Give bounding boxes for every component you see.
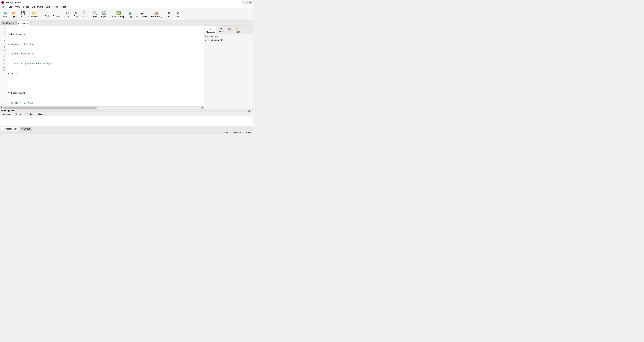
find-button[interactable]: 🔍 Find <box>91 10 99 19</box>
alphabetic-icon: ⇅ <box>209 27 212 31</box>
filter-button[interactable]: ⊽ Filter <box>174 10 182 19</box>
find-icon: 🔍 <box>92 11 97 15</box>
save-button[interactable]: 💾 Save <box>19 10 27 19</box>
tree-label-batch-main: batch.main <box>210 35 221 38</box>
minimize-button[interactable]: — <box>242 1 245 4</box>
separator-1 <box>42 10 42 19</box>
tab-main-iqjs-close[interactable]: ✕ <box>27 22 29 24</box>
hscroll-left-arrow[interactable]: ◀ <box>0 107 2 109</box>
separator-4 <box>110 10 110 19</box>
app-icon: Q <box>1 1 4 4</box>
tab-main-iqjs[interactable]: main.iqjs ✕ <box>16 21 30 25</box>
code-text-3: / file = "bart.iqjs" <box>8 52 34 56</box>
message-list-tab-icon: ⚐ <box>3 128 5 130</box>
sort-label: Sort <box>167 15 171 17</box>
menu-edit[interactable]: Edit <box>7 5 14 8</box>
bottom-section: Message List ⬚ ✕ Message Element Attribu… <box>0 109 253 131</box>
back-button[interactable]: ← Back <box>43 10 51 19</box>
tree-arrow-batch-main2[interactable]: ▶ <box>205 39 206 41</box>
separator-5 <box>164 10 164 19</box>
code-line-2: / groups = (1 of 2) <box>8 42 202 46</box>
message-list-resize[interactable]: ⬚ <box>248 109 250 112</box>
tab-start-page-close[interactable]: ✕ <box>13 22 14 24</box>
msg-tab-element[interactable]: Element <box>13 112 25 116</box>
status-ch: Ch 196 <box>245 131 251 134</box>
title-bar-controls[interactable]: — □ ✕ <box>242 1 252 4</box>
open-folder-button[interactable]: 📁 Open Folder <box>28 10 41 19</box>
msg-tab-message[interactable]: Message <box>1 112 13 116</box>
replace-button[interactable]: 🔄 Replace <box>100 10 109 19</box>
tab-start-page[interactable]: Start Page ✕ <box>1 21 16 25</box>
maximize-button[interactable]: □ <box>246 1 248 4</box>
back-icon: ← <box>46 12 48 15</box>
cut-button[interactable]: ✂ Cut <box>63 10 71 19</box>
editor-area: 1 2 3 4 5 6 7 8 9 10 11 12 13 14 ▼<batch… <box>0 25 204 109</box>
menu-script[interactable]: Script <box>22 5 30 8</box>
tab-main-iqjs-label: main.iqjs <box>18 22 26 24</box>
code-container[interactable]: 1 2 3 4 5 6 7 8 9 10 11 12 13 14 ▼<batch… <box>0 25 204 106</box>
msg-tab-attribute[interactable]: Attribute <box>25 112 36 116</box>
right-panel-content: ▶ <> batch.main ▶ <> batch.main2 <box>204 34 253 109</box>
new-icon: ⊕ <box>4 11 7 15</box>
separator-3 <box>90 10 90 19</box>
fold-icon-7[interactable]: ▼ <box>8 91 9 94</box>
code-line-1: ▼<batch main> <box>8 33 202 36</box>
tree-icon-batch-main: <> <box>207 35 210 38</box>
bottom-tab-output[interactable]: ≡ Output <box>20 127 32 131</box>
editor-hscroll[interactable]: ◀ ▶ <box>0 106 204 109</box>
separator-2 <box>62 10 62 19</box>
run-monkey-icon: 🐵 <box>154 11 159 15</box>
bottom-tab-message-list[interactable]: ⚐ Message List <box>1 127 20 131</box>
open-label: Open <box>12 15 16 18</box>
line-numbers: 1 2 3 4 5 6 7 8 9 10 11 12 13 14 <box>0 25 7 106</box>
title-text: main.iqjs - Inquisit 7 <box>5 1 23 4</box>
forward-button[interactable]: → Forward <box>52 10 61 19</box>
message-list-close[interactable]: ✕ <box>250 109 252 112</box>
bottom-tabs: ⚐ Message List ≡ Output <box>0 126 253 131</box>
code-content[interactable]: ▼<batch main> / groups = (1 of 2) / file… <box>7 25 204 106</box>
paste-button[interactable]: 📋 Paste <box>81 10 89 19</box>
menu-experiment[interactable]: Experiment <box>30 5 44 8</box>
code-line-4: / file = "stopsignaltask2019.iqjs" <box>8 62 202 65</box>
status-line: Line 9 <box>223 131 228 134</box>
code-text-5: </batch> <box>8 72 18 75</box>
type-icon: ▤ <box>228 27 231 30</box>
run-element-button[interactable]: ⏭ Run Element <box>135 10 149 19</box>
menu-file[interactable]: File <box>1 5 7 8</box>
message-list-title: Message List <box>1 109 14 112</box>
run-monkey-button[interactable]: 🐵 Run Monkey <box>150 10 163 19</box>
tree-item-batch-main2[interactable]: ▶ <> batch.main2 <box>204 38 252 42</box>
right-tab-folder[interactable]: 📁 Folder <box>233 26 241 34</box>
hscroll-thumb[interactable] <box>3 107 96 109</box>
hscroll-right-arrow[interactable]: ▶ <box>202 107 204 109</box>
right-panel-tabs: ⇅ Alphabetic ≡ Position ▤ Type 📁 Folder <box>204 25 253 34</box>
right-tab-position[interactable]: ≡ Position <box>216 26 226 34</box>
tree-item-batch-main[interactable]: ▶ <> batch.main <box>204 35 252 38</box>
msg-tab-script[interactable]: Script <box>36 112 46 116</box>
copy-button[interactable]: ⧉ Copy <box>72 10 80 19</box>
menu-tools[interactable]: Tools <box>52 5 60 8</box>
run-element-label: Run Element <box>136 15 148 17</box>
filter-icon: ⊽ <box>176 11 179 15</box>
open-icon: 📂 <box>12 11 16 15</box>
validate-button[interactable]: ✅ Validate Script <box>111 10 126 19</box>
right-tab-type[interactable]: ▤ Type <box>226 26 233 34</box>
code-line-6 <box>8 82 202 85</box>
sort-button[interactable]: ⇅ Sort <box>165 10 173 19</box>
menu-help[interactable]: Help <box>60 5 67 8</box>
status-bar: Line 9 Column 20 Ch 196 <box>0 131 253 134</box>
position-icon: ≡ <box>220 27 222 30</box>
menu-view[interactable]: View <box>14 5 21 8</box>
paste-label: Paste <box>82 15 87 18</box>
back-label: Back <box>44 15 49 17</box>
right-tab-alphabetic[interactable]: ⇅ Alphabetic <box>204 26 216 34</box>
menu-data[interactable]: Data <box>44 5 52 8</box>
new-button[interactable]: ⊕ New <box>1 10 10 19</box>
run-button[interactable]: ▶ Run <box>126 10 135 19</box>
open-button[interactable]: 📂 Open <box>10 10 18 19</box>
tree-arrow-batch-main[interactable]: ▶ <box>205 35 206 37</box>
close-button[interactable]: ✕ <box>249 1 252 4</box>
code-text-6 <box>8 82 10 85</box>
toolbar: ⊕ New 📂 Open 💾 Save 📁 Open Folder ← Back… <box>0 9 253 20</box>
fold-icon-1[interactable]: ▼ <box>8 33 9 35</box>
